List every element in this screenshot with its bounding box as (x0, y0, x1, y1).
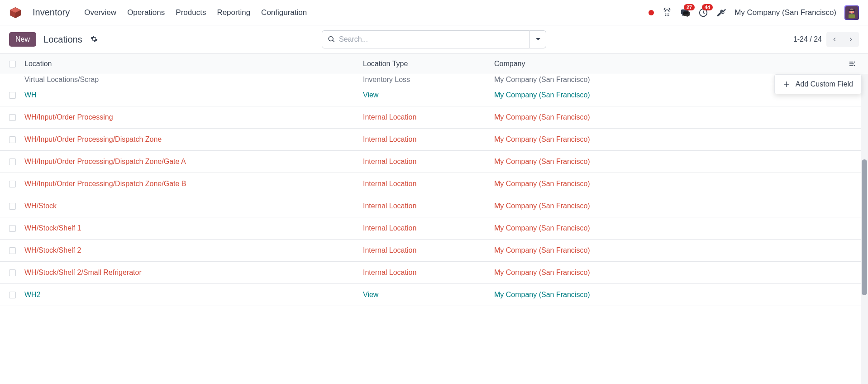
table-row[interactable]: WHViewMy Company (San Francisco) (0, 84, 868, 106)
search-wrap (322, 30, 546, 48)
pager-text[interactable]: 1-24 / 24 (793, 35, 822, 43)
cell-type: View (363, 91, 494, 99)
plus-icon (783, 81, 790, 88)
row-checkbox[interactable] (9, 114, 16, 121)
cell-type: Internal Location (363, 224, 494, 232)
column-header-company[interactable]: Company (494, 60, 845, 68)
menu-overview[interactable]: Overview (84, 8, 116, 17)
messages-icon[interactable]: 27 (680, 8, 690, 18)
cell-location: WH/Stock/Shelf 1 (24, 224, 363, 232)
row-checkbox[interactable] (9, 158, 16, 165)
cell-location: WH/Stock/Shelf 2 (24, 246, 363, 254)
right-controls: 1-24 / 24 (793, 32, 859, 47)
breadcrumb[interactable]: Locations (43, 34, 82, 45)
row-checkbox-wrap (9, 92, 24, 99)
search-input[interactable] (339, 35, 524, 43)
cell-location: WH (24, 91, 363, 99)
row-checkbox[interactable] (9, 225, 16, 232)
control-bar: New Locations 1-24 / 24 (0, 25, 868, 53)
svg-rect-12 (849, 10, 855, 11)
menu-configuration[interactable]: Configuration (261, 8, 307, 17)
menu-products[interactable]: Products (176, 8, 206, 17)
top-nav: Inventory Overview Operations Products R… (0, 0, 868, 25)
pager-prev-button[interactable] (826, 32, 843, 47)
cell-location: WH2 (24, 291, 363, 299)
row-checkbox-wrap (9, 292, 24, 298)
cell-company: My Company (San Francisco) (494, 113, 859, 121)
svg-rect-15 (849, 14, 855, 18)
cell-company: My Company (San Francisco) (494, 158, 859, 166)
cell-location: WH/Input/Order Processing/Dispatch Zone/… (24, 158, 363, 166)
svg-rect-5 (668, 13, 669, 14)
add-custom-field-label: Add Custom Field (796, 80, 853, 88)
cell-company: My Company (San Francisco) (494, 180, 859, 188)
menu-operations[interactable]: Operations (127, 8, 165, 17)
phone-icon[interactable] (662, 8, 672, 18)
row-checkbox[interactable] (9, 203, 16, 210)
chevron-left-icon (831, 36, 838, 43)
table-row[interactable]: WH/Input/Order ProcessingInternal Locati… (0, 106, 868, 129)
table-row[interactable]: WH/Input/Order Processing/Dispatch Zone/… (0, 173, 868, 195)
scrollbar[interactable] (861, 60, 868, 306)
top-nav-right: 27 44 My Company (San Francisco) (649, 5, 859, 20)
user-avatar[interactable] (844, 5, 859, 20)
svg-rect-7 (667, 15, 668, 16)
svg-rect-3 (665, 13, 666, 14)
row-checkbox-wrap (9, 136, 24, 143)
row-checkbox[interactable] (9, 247, 16, 254)
table-row[interactable]: WH2ViewMy Company (San Francisco) (0, 284, 868, 306)
row-checkbox-wrap (9, 181, 24, 187)
column-header-location[interactable]: Location (24, 60, 363, 68)
app-title[interactable]: Inventory (33, 7, 70, 18)
svg-rect-6 (665, 15, 666, 16)
column-header-type[interactable]: Location Type (363, 60, 494, 68)
table: Location Location Type Company Virtual L… (0, 53, 868, 306)
table-row[interactable]: WH/Stock/Shelf 2Internal LocationMy Comp… (0, 240, 868, 262)
cell-type: View (363, 291, 494, 299)
cell-location: Virtual Locations/Scrap (24, 76, 363, 84)
search-box[interactable] (322, 30, 530, 48)
tools-icon[interactable] (716, 8, 726, 18)
pager-next-button[interactable] (843, 32, 859, 47)
activities-badge: 44 (702, 4, 713, 10)
cell-location: WH/Input/Order Processing (24, 113, 363, 121)
row-checkbox[interactable] (9, 269, 16, 276)
scroll-thumb[interactable] (862, 159, 867, 295)
table-row[interactable]: WH/Input/Order Processing/Dispatch Zone/… (0, 151, 868, 173)
search-dropdown-toggle[interactable] (530, 30, 546, 48)
table-row[interactable]: WH/Input/Order Processing/Dispatch ZoneI… (0, 129, 868, 151)
company-selector[interactable]: My Company (San Francisco) (734, 8, 836, 17)
cell-type: Internal Location (363, 135, 494, 144)
svg-rect-4 (667, 13, 668, 14)
row-checkbox-wrap (9, 225, 24, 232)
table-row[interactable]: WH/StockInternal LocationMy Company (San… (0, 195, 868, 217)
table-body: Virtual Locations/Scrap Inventory Loss M… (0, 74, 868, 306)
select-all-checkbox[interactable] (9, 61, 16, 67)
gear-icon[interactable] (91, 35, 98, 44)
column-settings-icon[interactable] (845, 60, 859, 67)
add-custom-field-menu[interactable]: Add Custom Field (774, 74, 862, 94)
table-row[interactable]: Virtual Locations/Scrap Inventory Loss M… (0, 74, 868, 84)
cell-company: My Company (San Francisco) (494, 291, 859, 299)
cell-type: Internal Location (363, 158, 494, 166)
chevron-right-icon (848, 36, 854, 43)
activities-icon[interactable]: 44 (698, 8, 708, 18)
app-logo-icon[interactable] (9, 6, 22, 19)
cell-type: Inventory Loss (363, 76, 494, 84)
table-row[interactable]: WH/Stock/Shelf 2/Small RefrigeratorInter… (0, 262, 868, 284)
menu-reporting[interactable]: Reporting (217, 8, 250, 17)
messages-badge: 27 (684, 4, 695, 10)
caret-down-icon (536, 37, 540, 42)
table-header: Location Location Type Company (0, 53, 868, 74)
cell-company: My Company (San Francisco) (494, 224, 859, 232)
top-nav-left: Inventory Overview Operations Products R… (9, 6, 307, 19)
row-checkbox[interactable] (9, 292, 16, 298)
row-checkbox[interactable] (9, 92, 16, 99)
row-checkbox-wrap (9, 203, 24, 210)
table-row[interactable]: WH/Stock/Shelf 1Internal LocationMy Comp… (0, 217, 868, 240)
cell-type: Internal Location (363, 113, 494, 121)
new-button[interactable]: New (9, 32, 36, 47)
row-checkbox[interactable] (9, 136, 16, 143)
row-checkbox[interactable] (9, 181, 16, 187)
svg-rect-8 (668, 15, 669, 16)
